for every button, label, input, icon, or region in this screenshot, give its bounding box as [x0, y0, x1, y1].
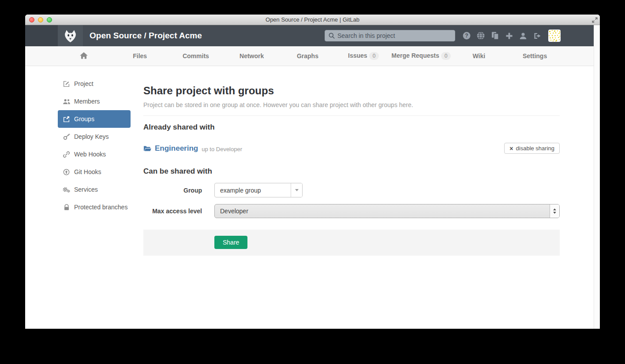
page-subtitle: Project can be stored in one group at on… — [143, 101, 560, 108]
already-shared-heading: Already shared with — [143, 123, 560, 132]
nav-tab-wiki[interactable]: Wiki — [451, 52, 507, 59]
close-window-button[interactable] — [29, 17, 34, 22]
max-access-level-select[interactable]: Developer — [214, 204, 560, 218]
nav-tab-network[interactable]: Network — [224, 52, 280, 59]
nav-tab-label: Commits — [183, 52, 209, 59]
shared-group-link[interactable]: Engineering — [143, 144, 198, 153]
max-access-level-value: Developer — [215, 208, 550, 215]
search-box[interactable] — [325, 30, 455, 41]
group-label: Group — [143, 187, 202, 194]
copy-icon[interactable] — [491, 32, 499, 40]
project-breadcrumb-title: Open Source / Project Acme — [90, 31, 202, 41]
folder-open-icon — [143, 145, 151, 152]
page-title: Share project with groups — [143, 85, 560, 97]
zoom-window-button[interactable] — [47, 17, 52, 22]
main-content: Share project with groups Project can be… — [131, 66, 594, 329]
nav-tab-label: Wiki — [472, 52, 485, 59]
nav-tab-label: Settings — [523, 52, 547, 59]
lock-icon — [63, 204, 70, 211]
nav-tab-home[interactable] — [56, 52, 112, 60]
sidebar-item-git-hooks[interactable]: Git Hooks — [58, 163, 131, 181]
key-icon — [63, 133, 70, 140]
help-icon[interactable]: ? — [463, 32, 471, 40]
browser-scrollbar[interactable] — [594, 25, 600, 329]
settings-sidebar: Project Members — [25, 66, 131, 329]
nav-tab-label: Network — [240, 52, 264, 59]
divider — [143, 115, 560, 116]
sidebar-item-label: Services — [74, 186, 98, 193]
form-actions: Share — [143, 230, 560, 256]
nav-tab-settings[interactable]: Settings — [507, 52, 563, 59]
group-select-value: example group — [215, 187, 291, 194]
sidebar-item-members[interactable]: Members — [58, 93, 131, 110]
search-icon — [329, 33, 335, 39]
disable-sharing-label: disable sharing — [516, 145, 554, 152]
window-title: Open Source / Project Acme | GitLab — [25, 16, 600, 23]
nav-tab-label: Merge Requests — [392, 52, 439, 59]
sidebar-item-label: Git Hooks — [74, 168, 101, 175]
home-icon — [80, 52, 88, 59]
share-square-icon — [63, 116, 70, 123]
max-access-level-label: Max access level — [143, 208, 202, 215]
nav-tab-label: Files — [133, 52, 147, 59]
can-be-shared-heading: Can be shared with — [143, 167, 560, 176]
browser-window: Open Source / Project Acme | GitLab — [25, 15, 600, 329]
sign-out-icon[interactable] — [533, 32, 541, 40]
gitlab-logo[interactable] — [58, 25, 83, 46]
sidebar-item-web-hooks[interactable]: Web Hooks — [58, 145, 131, 163]
user-icon[interactable] — [519, 32, 527, 40]
sidebar-item-services[interactable]: Services — [58, 181, 131, 198]
identicon-avatar-image — [548, 30, 561, 42]
sidebar-item-label: Project — [74, 80, 94, 87]
sidebar-item-protected-branches[interactable]: Protected branches — [58, 198, 131, 216]
sidebar-item-label: Protected branches — [74, 204, 127, 211]
nav-tab-label: Issues — [348, 52, 367, 59]
plus-icon[interactable] — [505, 32, 513, 40]
group-select-dropdown[interactable]: example group — [214, 183, 303, 197]
sidebar-item-groups[interactable]: Groups — [58, 110, 131, 128]
nav-tab-files[interactable]: Files — [112, 52, 168, 59]
sidebar-item-label: Groups — [74, 115, 94, 123]
gitlab-fox-logo-icon — [63, 29, 78, 43]
user-avatar[interactable] — [548, 30, 561, 42]
sidebar-item-label: Members — [74, 98, 100, 105]
sidebar-item-label: Web Hooks — [74, 151, 106, 158]
traffic-lights — [29, 17, 52, 22]
sidebar-item-project[interactable]: Project — [58, 75, 131, 93]
select-spinner-icon — [550, 204, 559, 218]
nav-tab-issues[interactable]: Issues0 — [336, 52, 392, 60]
disable-sharing-button[interactable]: × disable sharing — [504, 143, 560, 154]
nav-tab-commits[interactable]: Commits — [168, 52, 224, 59]
chevron-down-icon — [291, 183, 302, 197]
header-icon-row: ? — [463, 32, 541, 40]
pencil-square-icon — [63, 81, 70, 87]
sidebar-item-label: Deploy Keys — [74, 133, 109, 140]
app-header: Open Source / Project Acme ? — [25, 25, 594, 46]
shared-access-note: up to Developer — [202, 146, 242, 152]
desktop-background: Open Source / Project Acme | GitLab — [0, 0, 625, 364]
nav-tab-merge-requests[interactable]: Merge Requests0 — [392, 52, 451, 60]
cogs-icon — [63, 186, 70, 193]
svg-text:?: ? — [465, 33, 468, 39]
nav-tab-graphs[interactable]: Graphs — [280, 52, 336, 59]
times-icon: × — [509, 145, 513, 152]
minimize-window-button[interactable] — [38, 17, 43, 22]
nav-tab-label: Graphs — [297, 52, 318, 59]
issues-count-badge: 0 — [369, 52, 379, 60]
shared-group-name: Engineering — [155, 144, 198, 153]
share-button[interactable]: Share — [214, 236, 247, 249]
project-nav: Files Commits Network Graphs Issues0 Mer… — [25, 46, 594, 66]
resize-icon[interactable] — [591, 17, 598, 23]
users-icon — [63, 99, 70, 104]
window-titlebar: Open Source / Project Acme | GitLab — [25, 15, 600, 25]
arrow-circle-up-icon — [63, 169, 70, 175]
sidebar-item-deploy-keys[interactable]: Deploy Keys — [58, 128, 131, 145]
shared-group-row: Engineering up to Developer × disable sh… — [143, 143, 560, 154]
globe-icon[interactable] — [477, 32, 485, 40]
share-form: Group example group — [143, 183, 560, 256]
merge-requests-count-badge: 0 — [441, 52, 451, 60]
link-icon — [63, 151, 70, 158]
search-input[interactable] — [337, 32, 451, 39]
